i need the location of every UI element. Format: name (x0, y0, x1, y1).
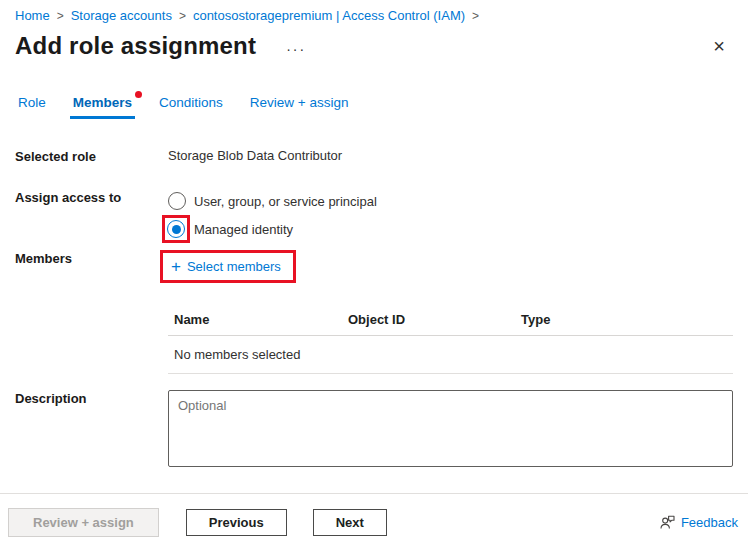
breadcrumb: Home > Storage accounts > contosostorage… (0, 0, 748, 23)
page-header: Add role assignment ··· × (15, 32, 733, 60)
radio-option-label: User, group, or service principal (194, 194, 377, 209)
radio-selected-icon[interactable] (167, 220, 185, 238)
column-header-name: Name (168, 312, 342, 327)
plus-icon: + (171, 258, 181, 275)
members-table-empty-row: No members selected (168, 336, 733, 374)
column-header-type: Type (515, 312, 733, 327)
footer-bar: Review + assign Previous Next Feedback (0, 493, 748, 551)
feedback-label: Feedback (681, 515, 738, 530)
selected-role-row: Selected role Storage Blob Data Contribu… (0, 148, 748, 164)
members-row: Members + Select members (0, 250, 748, 283)
more-options-icon[interactable]: ··· (286, 42, 306, 56)
next-button[interactable]: Next (313, 509, 387, 536)
breadcrumb-separator: > (57, 9, 64, 23)
breadcrumb-separator: > (179, 9, 186, 23)
select-members-link[interactable]: Select members (187, 259, 281, 274)
page-title: Add role assignment (15, 32, 256, 60)
radio-option-user-group[interactable]: User, group, or service principal (168, 189, 377, 213)
breadcrumb-storage-accounts-link[interactable]: Storage accounts (71, 8, 172, 23)
description-row: Description (0, 390, 748, 467)
radio-unselected-icon[interactable] (168, 192, 186, 210)
tab-members-label: Members (73, 95, 132, 110)
column-header-object-id: Object ID (342, 312, 515, 327)
description-label: Description (15, 390, 168, 467)
breadcrumb-storage-iam-link[interactable]: contosostoragepremium | Access Control (… (193, 8, 465, 23)
tab-strip: Role Members Conditions Review + assign (0, 95, 748, 119)
radio-option-label: Managed identity (194, 222, 293, 237)
assign-access-radio-group: User, group, or service principal Manage… (168, 189, 377, 241)
description-input[interactable] (168, 390, 733, 467)
tab-conditions[interactable]: Conditions (156, 95, 226, 119)
feedback-link[interactable]: Feedback (659, 514, 738, 531)
assign-access-label: Assign access to (15, 189, 168, 241)
empty-state-text: No members selected (174, 347, 300, 362)
tab-members[interactable]: Members (70, 95, 135, 119)
previous-button[interactable]: Previous (186, 509, 287, 536)
feedback-person-icon (659, 514, 676, 531)
tab-role[interactable]: Role (15, 95, 49, 119)
tab-review-assign[interactable]: Review + assign (247, 95, 352, 119)
red-highlight-box (162, 215, 190, 243)
selected-role-value: Storage Blob Data Contributor (168, 148, 342, 164)
assign-access-row: Assign access to User, group, or service… (0, 189, 748, 241)
add-role-assignment-panel: Home > Storage accounts > contosostorage… (0, 0, 748, 551)
red-highlight-box: + Select members (160, 250, 296, 283)
review-assign-button[interactable]: Review + assign (8, 508, 159, 537)
breadcrumb-home-link[interactable]: Home (15, 8, 50, 23)
selected-role-label: Selected role (15, 148, 168, 164)
members-label: Members (15, 250, 168, 283)
members-table: Name Object ID Type No members selected (168, 304, 733, 374)
close-icon[interactable]: × (713, 36, 725, 56)
members-table-header: Name Object ID Type (168, 304, 733, 336)
radio-option-managed-identity[interactable]: Managed identity (168, 217, 377, 241)
breadcrumb-separator: > (472, 9, 479, 23)
unsaved-changes-dot-icon (135, 91, 142, 98)
